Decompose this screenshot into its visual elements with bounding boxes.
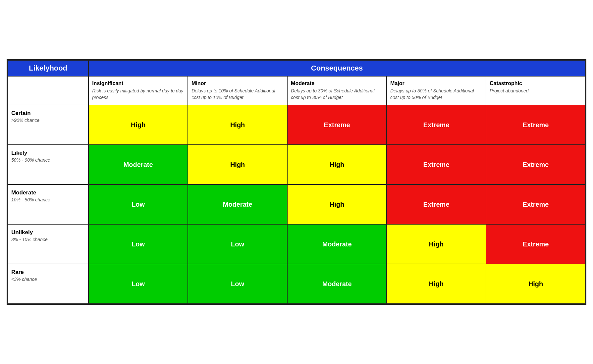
risk-matrix-table: Likelyhood Consequences Insignificant Ri…: [7, 60, 586, 304]
row-unlikely: Unlikely3% - 10% chanceLowLowModerateHig…: [8, 224, 585, 264]
risk-cell-r1-c1: High: [188, 145, 287, 184]
header-row: Likelyhood Consequences: [8, 60, 585, 76]
subheader-moderate: Moderate Delays up to 30% of Schedule Ad…: [287, 76, 387, 105]
risk-cell-r3-c0: Low: [88, 224, 188, 264]
risk-cell-r1-c4: Extreme: [486, 145, 585, 184]
header-consequences: Consequences: [88, 60, 585, 76]
risk-cell-r3-c2: Moderate: [287, 224, 387, 264]
likelihood-unlikely: Unlikely3% - 10% chance: [8, 224, 88, 264]
risk-matrix-wrapper: Likelyhood Consequences Insignificant Ri…: [7, 59, 586, 305]
risk-cell-r3-c1: Low: [188, 224, 287, 264]
risk-cell-r4-c1: Low: [188, 264, 287, 304]
row-rare: Rare<3% chanceLowLowModerateHighHigh: [8, 264, 585, 304]
risk-cell-r1-c2: High: [287, 145, 387, 184]
risk-cell-r1-c3: Extreme: [387, 145, 486, 184]
risk-cell-r2-c1: Moderate: [188, 184, 287, 224]
subheader-row: Insignificant Risk is easily mitigated b…: [8, 76, 585, 105]
risk-cell-r3-c4: Extreme: [486, 224, 585, 264]
risk-cell-r2-c2: High: [287, 184, 387, 224]
likelihood-likely: Likely50% - 90% chance: [8, 145, 88, 184]
risk-cell-r0-c2: Extreme: [287, 105, 387, 145]
risk-cell-r0-c3: Extreme: [387, 105, 486, 145]
risk-cell-r4-c4: High: [486, 264, 585, 304]
likelihood-rare: Rare<3% chance: [8, 264, 88, 304]
risk-cell-r0-c0: High: [88, 105, 188, 145]
risk-cell-r4-c0: Low: [88, 264, 188, 304]
subheader-catastrophic: Catastrophic Project abandoned: [486, 76, 585, 105]
subheader-insignificant: Insignificant Risk is easily mitigated b…: [88, 76, 188, 105]
row-certain: Certain>90% chanceHighHighExtremeExtreme…: [8, 105, 585, 145]
risk-cell-r2-c0: Low: [88, 184, 188, 224]
risk-cell-r1-c0: Moderate: [88, 145, 188, 184]
risk-cell-r2-c4: Extreme: [486, 184, 585, 224]
header-likelyhood: Likelyhood: [8, 60, 88, 76]
risk-cell-r2-c3: Extreme: [387, 184, 486, 224]
risk-cell-r0-c1: High: [188, 105, 287, 145]
risk-cell-r4-c3: High: [387, 264, 486, 304]
row-moderate: Moderate10% - 50% chanceLowModerateHighE…: [8, 184, 585, 224]
risk-cell-r0-c4: Extreme: [486, 105, 585, 145]
risk-cell-r4-c2: Moderate: [287, 264, 387, 304]
risk-cell-r3-c3: High: [387, 224, 486, 264]
subheader-major: Major Delays up to 50% of Schedule Addit…: [387, 76, 486, 105]
subheader-empty: [8, 76, 88, 105]
row-likely: Likely50% - 90% chanceModerateHighHighEx…: [8, 145, 585, 184]
subheader-minor: Minor Delays up to 10% of Schedule Addit…: [188, 76, 287, 105]
likelihood-moderate: Moderate10% - 50% chance: [8, 184, 88, 224]
likelihood-certain: Certain>90% chance: [8, 105, 88, 145]
